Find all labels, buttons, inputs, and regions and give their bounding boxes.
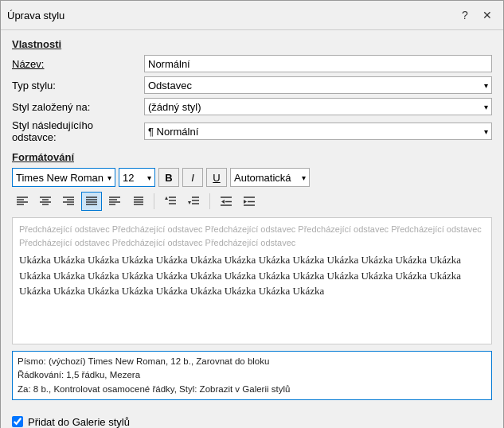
value-type[interactable]: Odstavec ▾	[144, 76, 492, 94]
font-name-label: Times New Roman	[16, 172, 104, 184]
format-row1: Times New Roman ▾ 12 ▾ B I U Automatická…	[12, 168, 492, 187]
close-button[interactable]: ✕	[478, 6, 497, 25]
chevron-down-icon: ▾	[147, 173, 151, 182]
label-based: Styl založený na:	[12, 101, 139, 113]
align-justify-icon	[85, 196, 98, 207]
align-extra2-icon	[131, 196, 144, 207]
bold-button[interactable]: B	[158, 168, 179, 187]
bottom-section: Přidat do Galerie stylů Jen v tomto doku…	[1, 416, 503, 428]
title-bar: Úprava stylu ? ✕	[1, 1, 503, 30]
select-type[interactable]: Odstavec ▾	[144, 76, 492, 94]
prop-row-type: Typ stylu: Odstavec ▾	[12, 76, 492, 94]
align-left-button[interactable]	[12, 192, 33, 211]
color-select[interactable]: Automatická ▾	[230, 168, 310, 187]
align-extra-button[interactable]	[104, 192, 125, 211]
chevron-down-icon: ▾	[302, 173, 306, 182]
align-left-icon	[16, 196, 29, 207]
dialog-window: Úprava stylu ? ✕ Vlastnosti Název: Typ s…	[0, 0, 504, 428]
input-name[interactable]	[144, 55, 492, 72]
select-based[interactable]: (žádný styl) ▾	[144, 98, 492, 115]
label-type: Typ stylu:	[12, 80, 139, 91]
chevron-down-icon: ▾	[484, 81, 488, 90]
add-to-gallery-checkbox[interactable]	[12, 416, 23, 427]
align-right-icon	[62, 196, 75, 207]
dialog-content: Vlastnosti Název: Typ stylu: Odstavec ▾	[1, 30, 503, 416]
italic-button[interactable]: I	[182, 168, 203, 187]
line-spacing-increase-icon	[164, 195, 177, 208]
indent-increase-button[interactable]	[239, 192, 260, 211]
line-spacing-increase-button[interactable]	[160, 192, 181, 211]
align-right-button[interactable]	[58, 192, 79, 211]
help-button[interactable]: ?	[455, 6, 475, 25]
size-select[interactable]: 12 ▾	[119, 168, 155, 187]
font-select[interactable]: Times New Roman ▾	[12, 168, 115, 187]
svg-marker-31	[188, 201, 191, 204]
svg-marker-27	[165, 196, 168, 200]
indent-increase-icon	[243, 196, 256, 207]
add-to-gallery-label[interactable]: Přidat do Galerie stylů	[28, 416, 130, 428]
underline-button[interactable]: U	[206, 168, 227, 187]
title-bar-buttons: ? ✕	[455, 6, 497, 25]
preview-prev-text: Předcházející odstavec Předcházející ods…	[19, 223, 485, 249]
indent-decrease-button[interactable]	[216, 192, 236, 211]
chevron-down-icon: ▾	[484, 103, 488, 111]
value-based[interactable]: (žádný styl) ▾	[144, 98, 492, 115]
separator2	[209, 193, 210, 209]
description-area: Písmo: (výchozí) Times New Roman, 12 b.,…	[12, 351, 492, 400]
prop-row-name: Název:	[12, 55, 492, 72]
align-center-icon	[39, 196, 52, 207]
label-next: Styl následujícího odstavce:	[12, 119, 139, 143]
chevron-down-icon: ▾	[484, 127, 488, 136]
svg-marker-37	[244, 200, 247, 204]
chevron-down-icon: ▾	[107, 173, 111, 182]
prop-row-next: Styl následujícího odstavce: ¶ Normální …	[12, 119, 492, 143]
prop-row-based: Styl založený na: (žádný styl) ▾	[12, 98, 492, 115]
value-name	[144, 55, 492, 72]
separator1	[154, 193, 154, 209]
line-spacing-decrease-button[interactable]	[183, 192, 204, 211]
preview-sample-text: Ukázka Ukázka Ukázka Ukázka Ukázka Ukázk…	[19, 252, 485, 299]
align-extra-icon	[108, 196, 121, 207]
preview-area: Předcházející odstavec Předcházející ods…	[12, 217, 492, 344]
add-to-gallery-row: Přidat do Galerie stylů	[12, 416, 492, 428]
dialog-title: Úprava stylu	[7, 10, 64, 21]
label-name: Název:	[12, 58, 139, 70]
description-line3: Za: 8 b., Kontrolovat osamocené řádky, S…	[18, 383, 486, 396]
properties-header: Vlastnosti	[12, 38, 492, 50]
align-justify-button[interactable]	[81, 192, 102, 211]
formatting-section: Formátování Times New Roman ▾ 12 ▾ B I U…	[12, 151, 492, 211]
color-label: Automatická	[234, 172, 291, 184]
description-line2: Řádkování: 1,5 řádku, Mezera	[18, 368, 486, 382]
formatting-header: Formátování	[12, 151, 492, 163]
align-center-button[interactable]	[35, 192, 56, 211]
value-next[interactable]: ¶ Normální ▾	[144, 123, 492, 140]
properties-section: Vlastnosti Název: Typ stylu: Odstavec ▾	[12, 38, 492, 143]
font-size-label: 12	[123, 172, 134, 184]
line-spacing-decrease-icon	[187, 195, 200, 208]
description-line1: Písmo: (výchozí) Times New Roman, 12 b.,…	[18, 355, 486, 368]
indent-decrease-icon	[220, 196, 232, 207]
align-extra2-button[interactable]	[127, 192, 148, 211]
format-row2	[12, 192, 492, 211]
select-next[interactable]: ¶ Normální ▾	[144, 123, 492, 140]
svg-marker-33	[221, 200, 225, 204]
